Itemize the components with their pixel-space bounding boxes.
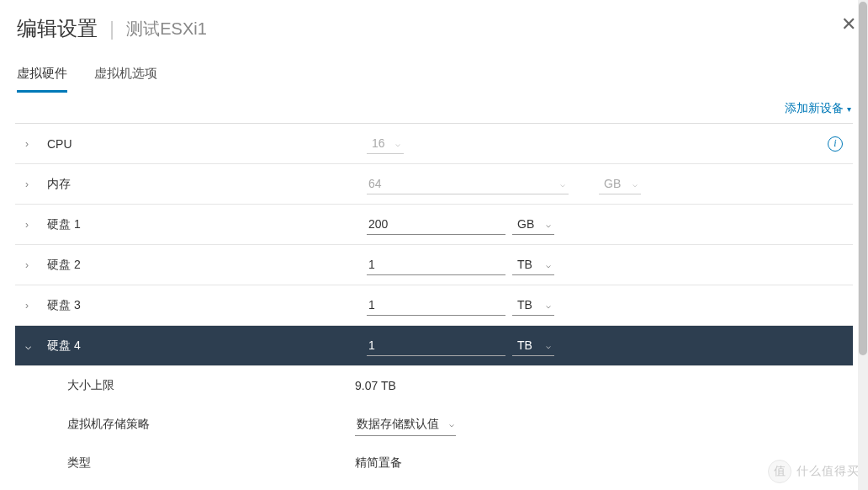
value-area: ⌵ GB ⌵	[367, 173, 843, 194]
row-disk-2[interactable]: › 硬盘 2 TB ⌵	[15, 245, 853, 285]
sub-label: 类型	[67, 455, 355, 471]
row-label: 内存	[47, 177, 367, 192]
chevron-down-icon: ⌵	[546, 260, 551, 269]
dialog-subtitle: 测试ESXi1	[126, 18, 207, 40]
chevron-right-icon: ›	[25, 219, 39, 231]
dialog-title: 编辑设置	[17, 15, 98, 42]
value-area: TB ⌵	[367, 335, 843, 356]
chevron-down-icon: ⌵	[25, 340, 39, 352]
chevron-right-icon: ›	[25, 259, 39, 271]
row-disk-4[interactable]: ⌵ 硬盘 4 TB ⌵	[15, 326, 853, 366]
row-memory[interactable]: › 内存 ⌵ GB ⌵	[15, 164, 853, 205]
tab-virtual-hardware[interactable]: 虚拟硬件	[17, 57, 67, 93]
row-disk-3[interactable]: › 硬盘 3 TB ⌵	[15, 285, 853, 326]
chevron-down-icon: ⌵	[546, 301, 551, 310]
memory-unit-value: GB	[604, 177, 621, 190]
disk-unit-value: TB	[517, 258, 532, 271]
row-label: 硬盘 3	[47, 298, 367, 313]
row-disk-1[interactable]: › 硬盘 1 GB ⌵	[15, 205, 853, 245]
disk-unit-select[interactable]: TB ⌵	[512, 295, 554, 316]
disk-size-input[interactable]	[367, 335, 505, 356]
watermark-text: 什么值得买	[797, 464, 860, 479]
chevron-right-icon: ›	[25, 138, 39, 150]
subrow-max-size: 大小上限 9.07 TB	[15, 366, 853, 405]
row-label: 硬盘 4	[47, 338, 367, 354]
sub-label: 大小上限	[67, 378, 355, 393]
disk-size-input-wrap	[367, 214, 505, 235]
watermark-icon: 值	[768, 460, 791, 483]
edit-settings-dialog: 编辑设置 | 测试ESXi1 ✕ 虚拟硬件 虚拟机选项 添加新设备 ▾ › CP…	[0, 0, 868, 490]
memory-input[interactable]	[367, 173, 569, 194]
disk-unit-value: GB	[517, 217, 534, 231]
chevron-down-icon: ⌵	[395, 139, 400, 148]
chevron-right-icon: ›	[25, 178, 39, 190]
chevron-down-icon: ⌵	[632, 179, 638, 189]
disk-size-input-wrap	[367, 335, 505, 356]
chevron-down-icon: ⌵	[546, 220, 551, 229]
sub-label: 虚拟机存储策略	[67, 417, 355, 432]
tabs: 虚拟硬件 虚拟机选项	[0, 57, 868, 93]
info-icon[interactable]: i	[828, 136, 843, 152]
close-icon[interactable]: ✕	[841, 15, 856, 34]
row-cpu[interactable]: › CPU 16 ⌵ i	[15, 124, 853, 164]
row-label: CPU	[47, 137, 367, 151]
disk-unit-value: TB	[517, 338, 532, 352]
tab-vm-options[interactable]: 虚拟机选项	[94, 57, 157, 93]
disk-unit-select[interactable]: TB ⌵	[512, 335, 554, 356]
subrow-storage-policy: 虚拟机存储策略 数据存储默认值 ⌵	[15, 405, 853, 444]
watermark: 值 什么值得买	[768, 460, 860, 483]
scrollbar-thumb[interactable]	[859, 2, 867, 355]
cpu-value: 16	[372, 136, 385, 150]
add-device-label: 添加新设备	[785, 101, 844, 116]
max-size-value: 9.07 TB	[355, 379, 396, 392]
add-device-button[interactable]: 添加新设备 ▾	[785, 101, 851, 116]
value-area: TB ⌵	[367, 295, 843, 316]
disk-unit-value: TB	[517, 298, 532, 312]
disk-unit-select[interactable]: TB ⌵	[512, 254, 554, 275]
scrollbar[interactable]	[858, 0, 868, 490]
value-area: 16 ⌵ i	[367, 133, 843, 154]
value-area: GB ⌵	[367, 214, 843, 235]
type-value: 精简置备	[355, 455, 402, 471]
disk-size-input-wrap	[367, 295, 505, 316]
storage-policy-select[interactable]: 数据存储默认值 ⌵	[355, 413, 456, 436]
value-area: TB ⌵	[367, 254, 843, 275]
dialog-header: 编辑设置 | 测试ESXi1	[0, 0, 868, 51]
hardware-list: › CPU 16 ⌵ i › 内存 ⌵ GB ⌵	[15, 123, 853, 482]
chevron-down-icon: ⌵	[449, 419, 454, 429]
row-label: 硬盘 2	[47, 258, 367, 273]
chevron-right-icon: ›	[25, 300, 39, 312]
chevron-down-icon: ▾	[847, 104, 851, 114]
chevron-down-icon: ⌵	[560, 179, 565, 189]
disk-size-input[interactable]	[367, 214, 505, 235]
disk-size-input[interactable]	[367, 295, 505, 316]
add-device-row: 添加新设备 ▾	[0, 93, 868, 123]
cpu-select[interactable]: 16 ⌵	[367, 133, 404, 154]
memory-unit-select[interactable]: GB ⌵	[599, 173, 641, 194]
disk-unit-select[interactable]: GB ⌵	[512, 214, 554, 235]
row-label: 硬盘 1	[47, 217, 367, 232]
disk-size-input-wrap	[367, 254, 505, 275]
header-divider: |	[109, 17, 114, 40]
memory-input-wrap: ⌵	[367, 173, 569, 194]
storage-policy-value: 数据存储默认值	[357, 417, 439, 430]
disk-size-input[interactable]	[367, 254, 505, 275]
subrow-type: 类型 精简置备	[15, 444, 853, 482]
chevron-down-icon: ⌵	[546, 341, 551, 350]
